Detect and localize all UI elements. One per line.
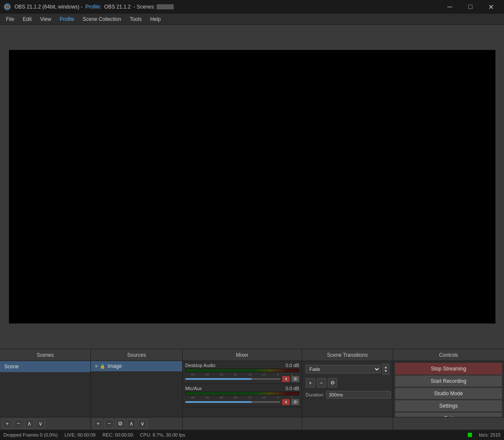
transitions-panel-header: Scene Transitions — [302, 349, 393, 361]
duration-input[interactable] — [326, 391, 391, 399]
mixer-mic-settings-button[interactable]: ⚙ — [291, 399, 299, 405]
transitions-panel: Scene Transitions Fade ▲ ▼ + − ⚙ Duratio… — [302, 349, 393, 430]
maximize-button[interactable]: □ — [460, 0, 480, 14]
mixer-mic-fader-row: 🔇 ⚙ — [185, 399, 299, 405]
controls-panel-content: Stop Streaming Start Recording Studio Mo… — [393, 361, 504, 417]
scenes-panel: Scenes Scene + − ∧ ∨ — [0, 349, 91, 430]
mixer-channel-mic-db: 0.0 dB — [286, 386, 299, 391]
menu-file[interactable]: File — [2, 15, 18, 23]
mixer-channel-desktop-header: Desktop Audio 0.0 dB — [185, 363, 299, 368]
sources-panel-footer: + − ⚙ ∧ ∨ — [91, 417, 182, 430]
sources-remove-button[interactable]: − — [105, 419, 114, 428]
sources-settings-button[interactable]: ⚙ — [116, 419, 125, 428]
mixer-mic-mute-button[interactable]: 🔇 — [282, 399, 290, 405]
sources-move-down-button[interactable]: ∨ — [138, 419, 147, 428]
preview-canvas — [9, 50, 495, 323]
transition-icons-row: + − ⚙ — [302, 377, 393, 388]
obs-logo-icon — [3, 3, 11, 11]
mixer-mic-ticks: -60-45-30-20-15-10-50 — [185, 396, 299, 399]
cpu-status: CPU: 8.7%, 30.00 fps — [140, 432, 185, 437]
streaming-indicator — [468, 433, 472, 437]
scenes-move-down-button[interactable]: ∨ — [36, 419, 45, 428]
live-status: LIVE: 00:00:09 — [64, 432, 96, 437]
sources-panel-header: Sources — [91, 349, 182, 361]
mixer-desktop-fader-row: 🔇 ⚙ — [185, 376, 299, 382]
mixer-desktop-mute-button[interactable]: 🔇 — [282, 376, 290, 382]
source-item-label: Image — [108, 363, 122, 369]
status-bar: Dropped Frames 0 (0.0%) LIVE: 00:00:09 R… — [0, 430, 504, 440]
mixer-mic-meter — [185, 392, 299, 395]
scenes-panel-footer: + − ∧ ∨ — [0, 417, 90, 430]
transition-dropdown[interactable]: Fade — [306, 365, 381, 373]
mixer-panel-header: Mixer — [183, 349, 302, 361]
exit-button[interactable]: Exit — [395, 412, 502, 417]
scene-item[interactable]: Scene — [0, 361, 90, 372]
menu-profile[interactable]: Profile — [55, 15, 79, 23]
mixer-channel-desktop: Desktop Audio 0.0 dB -60-45-30-20-15-10-… — [183, 361, 302, 384]
sources-panel-content: 👁 🔒 Image — [91, 361, 182, 417]
mixer-mic-fader[interactable] — [185, 401, 280, 403]
menu-bar: File Edit View Profile Scene Collection … — [0, 14, 504, 25]
menu-scene-collection[interactable]: Scene Collection — [79, 15, 125, 23]
transitions-panel-content: Fade ▲ ▼ + − ⚙ Duration ▲ ▼ — [302, 361, 393, 417]
scenes-remove-button[interactable]: − — [14, 419, 23, 428]
settings-button[interactable]: Settings — [395, 400, 502, 412]
menu-edit[interactable]: Edit — [18, 15, 36, 23]
title-bar-text: OBS 21.1.2 (64bit, windows) - Profile: O… — [15, 4, 440, 10]
transition-settings-button[interactable]: ⚙ — [328, 378, 337, 388]
title-bar: OBS 21.1.2 (64bit, windows) - Profile: O… — [0, 0, 504, 14]
mixer-panel: Mixer Desktop Audio 0.0 dB -60-45-30-20-… — [183, 349, 302, 430]
scenes-add-button[interactable]: + — [3, 419, 12, 428]
duration-row: Duration ▲ ▼ — [302, 388, 393, 401]
mixer-channel-desktop-db: 0.0 dB — [286, 363, 299, 368]
mixer-panel-content: Desktop Audio 0.0 dB -60-45-30-20-15-10-… — [183, 361, 302, 417]
sources-move-up-button[interactable]: ∧ — [127, 419, 136, 428]
dropped-frames-status: Dropped Frames 0 (0.0%) — [3, 432, 58, 437]
scenes-panel-header: Scenes — [0, 349, 90, 361]
eye-icon: 👁 — [94, 364, 99, 369]
kbps-status: kb/s: 2515 — [479, 432, 501, 437]
scenes-panel-content: Scene — [0, 361, 90, 417]
mixer-channel-mic-name: Mic/Aux — [185, 386, 202, 391]
duration-label: Duration — [306, 392, 323, 397]
svg-point-2 — [6, 6, 8, 8]
transition-add-button[interactable]: + — [306, 378, 315, 388]
mixer-desktop-meter — [185, 369, 299, 372]
source-icons: 👁 🔒 — [94, 364, 105, 369]
sources-add-button[interactable]: + — [93, 419, 103, 428]
mixer-desktop-ticks: -60-45-30-20-15-10-50 — [185, 373, 299, 376]
menu-help[interactable]: Help — [146, 15, 165, 23]
mixer-desktop-fader[interactable] — [185, 378, 280, 380]
source-item[interactable]: 👁 🔒 Image — [91, 361, 182, 371]
menu-tools[interactable]: Tools — [125, 15, 146, 23]
mixer-channel-mic: Mic/Aux 0.0 dB -60-45-30-20-15-10-50 🔇 ⚙ — [183, 384, 302, 407]
sources-panel: Sources 👁 🔒 Image + − ⚙ ∧ ∨ — [91, 349, 183, 430]
transition-select-row: Fade ▲ ▼ — [302, 361, 393, 377]
minimize-button[interactable]: ─ — [440, 0, 460, 14]
lock-icon: 🔒 — [100, 364, 105, 369]
mixer-desktop-settings-button[interactable]: ⚙ — [291, 376, 299, 382]
start-recording-button[interactable]: Start Recording — [395, 375, 502, 387]
rec-status: REC: 00:00:00 — [102, 432, 133, 437]
mixer-channel-desktop-name: Desktop Audio — [185, 363, 216, 368]
menu-view[interactable]: View — [36, 15, 55, 23]
mixer-panel-footer — [183, 417, 302, 430]
controls-panel-header: Controls — [393, 349, 504, 361]
bottom-panels: Scenes Scene + − ∧ ∨ Sources 👁 🔒 Image +… — [0, 349, 504, 430]
studio-mode-button[interactable]: Studio Mode — [395, 388, 502, 399]
controls-panel: Controls Stop Streaming Start Recording … — [393, 349, 504, 430]
transition-spinbox[interactable]: ▲ ▼ — [382, 364, 389, 375]
stop-streaming-button[interactable]: Stop Streaming — [395, 363, 502, 375]
scenes-move-up-button[interactable]: ∧ — [25, 419, 34, 428]
mixer-channel-mic-header: Mic/Aux 0.0 dB — [185, 386, 299, 391]
title-bar-controls: ─ □ ✕ — [440, 0, 501, 14]
controls-panel-footer — [393, 417, 504, 430]
preview-container — [0, 25, 504, 349]
transitions-panel-footer — [302, 417, 393, 430]
close-button[interactable]: ✕ — [481, 0, 501, 14]
transition-remove-button[interactable]: − — [317, 378, 326, 388]
